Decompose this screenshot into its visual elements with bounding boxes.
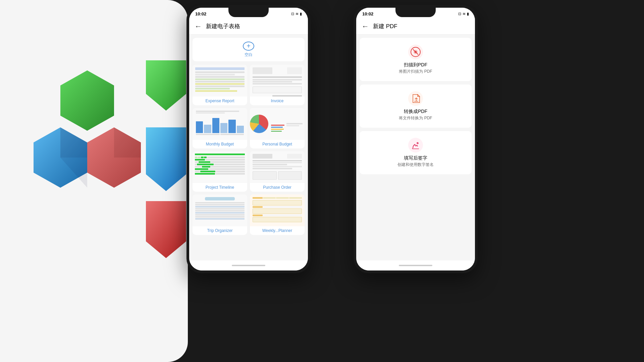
template-name-purchase: Purchase Order (250, 183, 305, 192)
template-weekly-planner[interactable]: Weekly...Planner (250, 194, 305, 235)
svg-point-12 (415, 51, 417, 53)
phone-spreadsheet: 10:02 ⊡ ≋ ▮ ← 新建电子表格 + 空白 (186, 5, 311, 273)
convert-card-sub: 将文件转换为 PDF (399, 115, 432, 121)
phone-notch-right (395, 8, 436, 17)
template-thumb-purchase (250, 151, 305, 183)
template-name-monthly: Monthly Budget (193, 140, 247, 148)
plus-icon: + (243, 42, 254, 51)
svg-marker-5 (114, 127, 141, 158)
pdf-card-convert[interactable]: 转换成PDF 将文件转换为 PDF (360, 84, 472, 128)
template-project-timeline[interactable]: Project Timeline (193, 151, 247, 192)
spreadsheet-title: 新建电子表格 (206, 22, 240, 30)
template-thumb-expense (193, 65, 247, 97)
template-name-expense: Expense Report (193, 97, 247, 105)
home-indicator-right (399, 265, 432, 266)
template-invoice[interactable]: Invoice (250, 65, 305, 105)
sign-card-title: 填写后签字 (404, 155, 427, 161)
template-monthly-budget[interactable]: Monthly Budget (193, 108, 247, 148)
template-thumb-trip (193, 194, 247, 226)
status-icons-left: ⊡ ≋ ▮ (291, 12, 302, 16)
pdf-content: 扫描到PDF 将图片扫描为 PDF 转换成PDF 将文件转换为 PDF (356, 35, 475, 270)
phone-pdf: 10:02 ⊡ ≋ ▮ ← 新建 PDF (354, 5, 478, 273)
template-thumb-personal (250, 108, 305, 140)
sign-icon (408, 138, 423, 153)
time-right: 10:02 (362, 11, 373, 16)
arrow-shapes (139, 34, 193, 303)
pdf-card-scan[interactable]: 扫描到PDF 将图片扫描为 PDF (360, 38, 472, 81)
template-thumb-weekly (250, 194, 305, 226)
svg-marker-6 (146, 60, 186, 111)
phone-notch (228, 8, 269, 17)
template-name-weekly: Weekly...Planner (250, 226, 305, 235)
pdf-header: ← 新建 PDF (356, 18, 475, 35)
back-button-right[interactable]: ← (362, 22, 369, 31)
template-thumb-invoice (250, 65, 305, 97)
svg-marker-14 (418, 95, 420, 97)
time-left: 10:02 (195, 11, 206, 16)
photo-icon: ⊡ (291, 12, 294, 16)
photo-icon-right: ⊡ (458, 12, 461, 16)
template-trip-organizer[interactable]: Trip Organizer (193, 194, 247, 235)
bottom-bar-left (189, 260, 308, 270)
template-thumb-project (193, 151, 247, 183)
pdf-card-sign[interactable]: 填写后签字 创建和使用数字签名 (360, 131, 472, 174)
scan-card-title: 扫描到PDF (404, 62, 427, 68)
battery-icon-right: ▮ (467, 12, 469, 16)
status-icons-right: ⊡ ≋ ▮ (458, 12, 469, 16)
template-expense-report[interactable]: Expense Report (193, 65, 247, 105)
spreadsheet-header: ← 新建电子表格 (189, 18, 308, 35)
convert-icon (408, 91, 423, 106)
back-button-left[interactable]: ← (195, 22, 202, 31)
sign-card-sub: 创建和使用数字签名 (397, 162, 434, 168)
monthly-chart (195, 116, 245, 133)
template-name-project: Project Timeline (193, 183, 247, 192)
template-thumb-monthly (193, 108, 247, 140)
convert-card-title: 转换成PDF (404, 109, 427, 115)
template-name-personal: Personal Budget (250, 140, 305, 148)
bottom-bar-right (356, 260, 475, 270)
template-name-invoice: Invoice (250, 97, 305, 105)
svg-marker-3 (60, 127, 87, 158)
home-indicator-left (232, 265, 265, 266)
spreadsheet-content: + 空白 (189, 35, 308, 270)
pdf-title: 新建 PDF (373, 22, 397, 30)
svg-marker-0 (60, 70, 114, 131)
template-grid: Expense Report (193, 65, 305, 235)
svg-marker-8 (146, 201, 186, 258)
personal-pie-chart (250, 115, 268, 133)
template-personal-budget[interactable]: Personal Budget (250, 108, 305, 148)
scan-card-sub: 将图片扫描为 PDF (399, 69, 432, 74)
wifi-icon: ≋ (296, 12, 299, 16)
template-purchase-order[interactable]: Purchase Order (250, 151, 305, 192)
wifi-icon-right: ≋ (463, 12, 466, 16)
blank-label: 空白 (245, 52, 253, 58)
battery-icon: ▮ (300, 12, 302, 16)
scan-icon (408, 45, 423, 59)
template-name-trip: Trip Organizer (193, 226, 247, 235)
blank-new-item[interactable]: + 空白 (193, 38, 305, 61)
svg-marker-7 (146, 127, 186, 191)
